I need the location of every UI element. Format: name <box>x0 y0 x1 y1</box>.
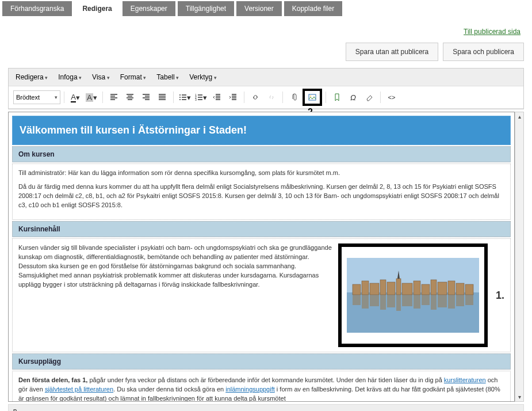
section-head-omkursen[interactable]: Om kursen <box>12 146 511 162</box>
toolbar-separator <box>64 92 64 103</box>
svg-rect-37 <box>456 295 464 306</box>
unlink-icon[interactable] <box>264 90 279 104</box>
save-without-publish-button[interactable]: Spara utan att publicera <box>346 43 438 61</box>
align-left-icon[interactable] <box>106 90 121 104</box>
banner-title[interactable]: Välkommen till kursen i Ätstörningar i S… <box>12 116 511 145</box>
svg-rect-26 <box>362 295 369 309</box>
svg-rect-13 <box>380 280 386 295</box>
indent-icon[interactable] <box>225 90 240 104</box>
bookmark-icon[interactable] <box>330 90 345 104</box>
svg-rect-33 <box>422 295 430 305</box>
svg-rect-36 <box>448 295 455 309</box>
insert-image-icon[interactable] <box>303 89 322 106</box>
svg-rect-10 <box>353 284 361 295</box>
published-link-row: Till publicerad sida <box>0 17 532 38</box>
outdent-icon[interactable] <box>209 90 224 104</box>
menu-tools[interactable]: Verktyg <box>189 73 217 81</box>
tab-edit[interactable]: Redigera <box>74 1 120 16</box>
menu-format[interactable]: Format <box>120 73 147 81</box>
top-tabs: Förhandsgranska Redigera Egenskaper Till… <box>0 0 532 17</box>
svg-rect-14 <box>387 282 395 295</box>
upplagg-p1b: pågår under fyra veckor på distans och ä… <box>87 376 443 383</box>
svg-rect-12 <box>370 283 379 295</box>
tab-preview[interactable]: Förhandsgranska <box>2 1 72 16</box>
innehall-p: Kursen vänder sig till blivande speciali… <box>18 243 334 290</box>
svg-rect-15 <box>396 279 401 295</box>
tab-versions[interactable]: Versioner <box>236 1 282 16</box>
editor-content-area[interactable]: Välkommen till kursen i Ätstörningar i S… <box>8 112 515 402</box>
element-path[interactable]: p <box>13 407 17 411</box>
toolbar-separator <box>282 92 283 103</box>
numbered-list-icon[interactable]: 123▾ <box>193 90 208 104</box>
editor-toolbar: Brödtext A▾ A▾ ▾ 123▾ Ω <> 2. <box>9 86 523 109</box>
menu-view[interactable]: Visa <box>92 73 110 81</box>
section-head-upplagg[interactable]: Kursupplägg <box>12 353 511 370</box>
background-color-button[interactable]: A▾ <box>84 90 99 104</box>
svg-text:3: 3 <box>195 98 197 101</box>
attachment-icon[interactable] <box>286 90 301 104</box>
svg-rect-22 <box>456 283 464 295</box>
actions-row: Spara utan att publicera Spara och publi… <box>0 38 532 68</box>
section-body-upplagg[interactable]: Den första delen, fas 1, pågår under fyr… <box>12 371 511 402</box>
block-format-label: Brödtext <box>16 94 40 101</box>
upplagg-p1-bold: Den första delen, fas 1, <box>18 376 87 383</box>
section-body-innehall[interactable]: Kursen vänder sig till blivande speciali… <box>12 238 511 352</box>
toolbar-separator <box>102 92 103 103</box>
scroll-down-icon[interactable]: ▾ <box>518 394 521 400</box>
source-code-icon[interactable]: <> <box>384 90 399 104</box>
text-color-button[interactable]: A▾ <box>68 90 83 104</box>
tab-properties[interactable]: Egenskaper <box>123 1 175 16</box>
bullet-list-icon[interactable]: ▾ <box>177 90 192 104</box>
omkursen-p1: Till administratör: Här kan du lägga inf… <box>18 169 504 178</box>
svg-point-0 <box>179 94 181 96</box>
svg-rect-19 <box>431 280 437 295</box>
upplagg-p1d: . Du ska under denna tid också göra en <box>113 386 225 393</box>
svg-rect-23 <box>465 284 473 295</box>
svg-rect-20 <box>438 282 447 295</box>
editor-chrome: Redigera Infoga Visa Format Tabell Verkt… <box>8 68 524 109</box>
svg-rect-28 <box>380 295 386 310</box>
published-page-link[interactable]: Till publicerad sida <box>464 28 520 36</box>
toolbar-separator <box>173 92 174 103</box>
align-right-icon[interactable] <box>139 90 154 104</box>
eraser-icon[interactable] <box>362 90 377 104</box>
toolbar-separator <box>244 92 244 103</box>
svg-point-1 <box>179 97 181 98</box>
innehall-text: Kursen vänder sig till blivande speciali… <box>18 243 334 347</box>
skyline-image <box>347 258 479 333</box>
svg-rect-25 <box>353 295 361 305</box>
link-icon[interactable] <box>248 90 263 104</box>
callout-1: 1. <box>496 288 504 303</box>
link-inlamningsuppgift[interactable]: inlämningsuppgift <box>225 386 275 393</box>
editor-statusbar: p <box>8 404 524 411</box>
section-body-omkursen[interactable]: Till administratör: Här kan du lägga inf… <box>12 163 511 220</box>
inserted-image-box[interactable] <box>338 243 488 347</box>
menu-insert[interactable]: Infoga <box>58 73 82 81</box>
svg-rect-16 <box>402 283 412 295</box>
vertical-scrollbar[interactable]: ▴ ▾ <box>515 112 524 402</box>
menu-edit[interactable]: Redigera <box>16 73 48 81</box>
menu-table[interactable]: Tabell <box>156 73 179 81</box>
save-and-publish-button[interactable]: Spara och publicera <box>443 43 524 61</box>
svg-rect-32 <box>414 295 420 309</box>
align-center-icon[interactable] <box>123 90 137 104</box>
svg-rect-35 <box>438 295 447 307</box>
svg-rect-21 <box>448 281 455 295</box>
special-char-icon[interactable]: Ω <box>346 90 361 104</box>
block-format-select[interactable]: Brödtext <box>13 90 60 104</box>
omkursen-p2: Då du är färdig med denna kurs kommer du… <box>18 182 504 210</box>
svg-rect-31 <box>402 295 412 306</box>
svg-point-7 <box>310 96 311 97</box>
link-sjalvtestet[interactable]: självtestet på litteraturen <box>45 386 113 393</box>
svg-rect-29 <box>387 295 395 307</box>
scroll-up-icon[interactable]: ▴ <box>518 113 521 120</box>
tab-accessibility[interactable]: Tillgänglighet <box>178 1 234 16</box>
svg-rect-18 <box>422 284 430 295</box>
align-justify-icon[interactable] <box>155 90 170 104</box>
tab-linkedfiles[interactable]: Kopplade filer <box>284 1 342 16</box>
svg-rect-27 <box>370 295 379 306</box>
editor-menubar: Redigera Infoga Visa Format Tabell Verkt… <box>9 68 523 86</box>
section-head-innehall[interactable]: Kursinnehåll <box>12 221 511 237</box>
link-kurslitteraturen[interactable]: kurslitteraturen <box>444 376 486 383</box>
svg-rect-38 <box>465 295 473 305</box>
